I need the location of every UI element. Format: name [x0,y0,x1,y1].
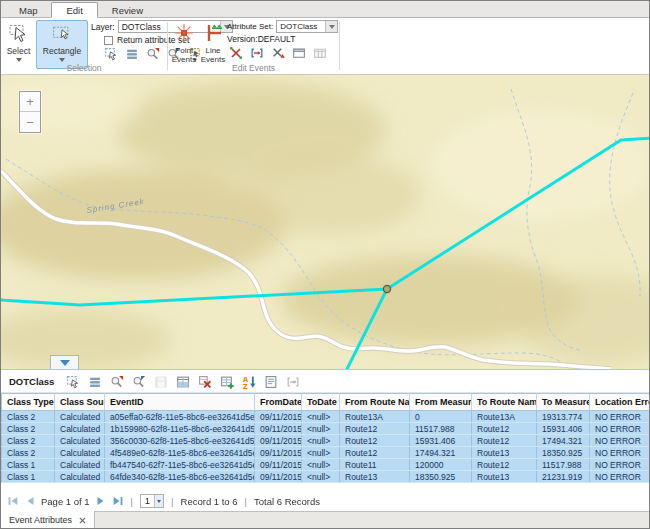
table-cell: <null> [302,423,340,435]
table-cell: Route12 [340,423,410,435]
table-window-icon[interactable] [313,46,327,60]
table-cell: Class 2 [2,423,55,435]
attribute-set-label: Attribute Set: [227,22,273,31]
reassign-icon[interactable] [271,46,285,60]
table-cell: 15931.406 [410,435,472,447]
table-cell: Route13 [472,447,537,459]
layer-label: Layer: [91,22,115,32]
attribute-set-dropdown[interactable]: DOTClass [276,20,338,33]
split-event-icon[interactable] [229,46,243,60]
table-cell: 11517.988 [537,459,590,471]
table-cell: Route12 [340,447,410,459]
delete-record-icon[interactable] [198,375,212,389]
tab-edit[interactable]: Edit [51,2,97,18]
column-header[interactable]: Class Type [2,394,55,411]
measure-icon[interactable] [286,375,300,389]
point-events-label: Point Events [170,46,198,64]
panel-collapse-button[interactable] [50,355,79,369]
table-cell: 0 [410,411,472,423]
previous-page-button[interactable] [24,495,36,507]
bottom-tab-bar: Event Attributes [1,511,649,528]
select-features-icon[interactable] [66,375,80,389]
return-attribute-set-checkbox[interactable] [104,36,113,45]
column-header[interactable]: To Route Name [472,394,537,411]
table-row[interactable]: Class 1Calculated64fde340-62f8-11e5-8bc6… [2,471,650,483]
table-cell: 09/11/2015 [255,471,302,483]
save-icon[interactable] [154,375,168,389]
page-number-dropdown-arrow-icon[interactable] [154,495,163,507]
column-header[interactable]: Location Error [590,394,650,411]
column-header[interactable]: Class Source [55,394,105,411]
table-cell: Route13 [472,471,537,483]
attribute-set-dropdown-arrow-icon[interactable] [325,21,337,32]
add-record-icon[interactable] [220,375,234,389]
first-page-button[interactable] [7,495,19,507]
select-tool-dropdown-arrow-icon[interactable] [16,58,22,62]
table-cell: a05effa0-62f8-11e5-8bc6-ee32641d5ec9 [105,411,255,423]
measure-icon[interactable] [250,46,264,60]
pan-to-selection-icon[interactable] [132,375,146,389]
table-cell: <null> [302,471,340,483]
zoom-to-selection-icon[interactable] [110,375,124,389]
attribute-list-icon[interactable] [88,375,102,389]
sort-icon[interactable]: AZ [242,375,256,389]
table-title: DOTClass [9,376,54,387]
table-cell: Class 2 [2,435,55,447]
attribute-list-icon[interactable] [125,47,139,61]
next-page-button[interactable] [95,495,107,507]
tab-review[interactable]: Review [98,3,157,18]
page-number-dropdown[interactable]: 1 [140,494,164,508]
table-header-row: Class TypeClass SourceEventIDFromDateToD… [2,394,650,411]
zoom-out-button[interactable]: − [20,112,40,132]
table-cell: Class 2 [2,447,55,459]
overlay-window-icon[interactable] [292,46,306,60]
table-row[interactable]: Class 2Calculated4f5489e0-62f8-11e5-8bc6… [2,447,650,459]
pagination-bar: Page 1 of 1 | 1 | Record 1 to 6 | Total … [1,491,649,511]
tab-event-attributes[interactable]: Event Attributes [1,511,95,529]
column-header[interactable]: FromDate [255,394,302,411]
table-cell: Route12 [340,435,410,447]
table-row[interactable]: Class 1Calculatedfb447540-62f7-11e5-8bc6… [2,459,650,471]
line-events-label: Line Events [199,46,227,64]
close-icon[interactable] [79,517,86,524]
select-tool-button[interactable]: Select [3,20,34,69]
table-row[interactable]: Class 2Calculated1b159980-62f8-11e5-8bc6… [2,423,650,435]
column-header[interactable]: From Route Name [340,394,410,411]
table-cell: 09/11/2015 [255,411,302,423]
table-row[interactable]: Class 2Calculateda05effa0-62f8-11e5-8bc6… [2,411,650,423]
table-cell: Calculated [55,459,105,471]
table-cell: 15931.406 [537,423,590,435]
table-toolbar-icons: AZ [66,375,300,389]
table-cell: 18350.925 [537,447,590,459]
rectangle-tool-button[interactable]: Rectangle [36,20,88,69]
table-cell: 09/11/2015 [255,423,302,435]
select-features-icon[interactable] [104,47,118,61]
edit-events-group-label: Edit Events [168,63,339,73]
ribbon-tabs: MapEditReview [1,1,649,18]
form-view-icon[interactable] [264,375,278,389]
bottom-tab-label: Event Attributes [9,515,72,525]
column-header[interactable]: ToDate [302,394,340,411]
table-cell: 1b159980-62f8-11e5-8bc6-ee32641d5ec9 [105,423,255,435]
separator: | [129,496,135,507]
tab-map[interactable]: Map [5,3,51,18]
table-row[interactable]: Class 2Calculated356c0030-62f8-11e5-8bc6… [2,435,650,447]
table-cell: NO ERROR [590,471,650,483]
table-cell: Class 1 [2,471,55,483]
table-cell: 17494.321 [537,435,590,447]
table-cell: Route13A [472,411,537,423]
last-page-button[interactable] [112,495,124,507]
column-header[interactable]: EventID [105,394,255,411]
highlight-selected-icon[interactable] [176,375,190,389]
rectangle-tool-dropdown-arrow-icon[interactable] [59,58,65,62]
route-junction-marker[interactable] [383,285,390,292]
zoom-in-button[interactable]: + [20,92,40,112]
table-cell: <null> [302,435,340,447]
table-cell: <null> [302,459,340,471]
map-viewport[interactable]: Spring Creek + − [1,75,649,369]
zoom-to-selection-icon[interactable] [146,47,160,61]
table-cell: Route12 [472,435,537,447]
table-cell: NO ERROR [590,459,650,471]
column-header[interactable]: From Measure [410,394,472,411]
column-header[interactable]: To Measure [537,394,590,411]
